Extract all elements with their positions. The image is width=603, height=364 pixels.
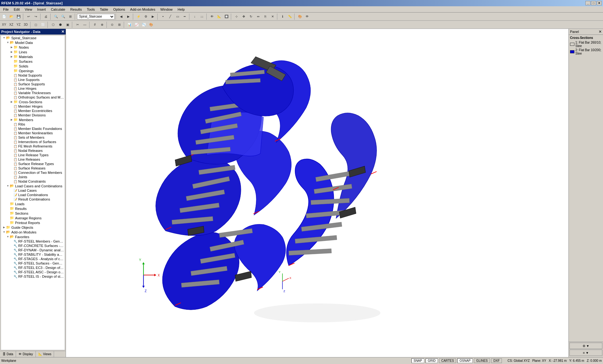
tree-item-43[interactable]: ▶📁Guide Objects (1, 225, 65, 230)
tree-item-6[interactable]: 📁Surfaces (1, 59, 65, 64)
zoom-all-btn[interactable]: ⊞ (67, 13, 74, 20)
tree-item-3[interactable]: ▶📁Nodes (1, 45, 65, 50)
btn-a2[interactable]: ▶ (125, 13, 132, 20)
tree-item-44[interactable]: ▼📂Add-on Modules (1, 230, 65, 234)
clip-btn[interactable]: ✂ (74, 21, 81, 28)
calc3-btn[interactable]: ▶ (149, 13, 156, 20)
tree-item-29[interactable]: 📋Surface Release Types (1, 162, 65, 166)
tree-expand-4[interactable]: ▶ (10, 51, 14, 53)
tree-item-30[interactable]: 📋Surface Releases (1, 166, 65, 170)
tree-item-48[interactable]: 🔧RF-DYNAM - Dynamic analysis... (1, 248, 65, 252)
tree-item-31[interactable]: 📋Connection of Two Members (1, 170, 65, 175)
tab-data[interactable]: 🗄 Data (0, 351, 16, 357)
snap-button[interactable]: SNAP (411, 358, 424, 363)
wire-btn[interactable]: ⬡ (50, 21, 57, 28)
model-selector[interactable]: Spiral_Staircase (77, 14, 115, 19)
view-btn[interactable]: 👁 (209, 13, 215, 20)
titlebar-controls[interactable]: _ □ ✕ (585, 1, 602, 5)
tree-item-19[interactable]: ▶📁Members (1, 117, 65, 122)
tree-expand-1[interactable]: ▼ (2, 36, 6, 39)
save-btn[interactable]: 💾 (15, 13, 22, 20)
tree-item-16[interactable]: 📋Member Hinges (1, 104, 65, 109)
nav-close-button[interactable]: ✕ (61, 29, 64, 34)
measure-btn[interactable]: 📏 (286, 13, 293, 20)
section-btn[interactable]: — (81, 21, 88, 28)
solid-btn[interactable]: ⬢ (57, 21, 64, 28)
tree-expand-15[interactable]: ▶ (10, 100, 14, 103)
tree-item-20[interactable]: 📋Ribs (1, 122, 65, 126)
move-btn[interactable]: ✥ (240, 13, 247, 20)
tree-item-5[interactable]: ▶📁Materials (1, 54, 65, 59)
tree-item-9[interactable]: 📋Nodal Supports (1, 73, 65, 78)
tree-expand-3[interactable]: ▶ (10, 46, 14, 49)
tree-item-53[interactable]: 🔧RF-STEEL AISC - Design of steel m (1, 270, 65, 274)
hide-btn[interactable]: 👁 (304, 13, 311, 20)
node-btn[interactable]: • (160, 13, 166, 20)
tree-item-2[interactable]: ▼📂Model Data (1, 40, 65, 45)
select-btn[interactable]: ⊹ (233, 13, 240, 20)
legend-btn[interactable]: 🎨 (148, 21, 155, 28)
tree-item-7[interactable]: 📁Solids (1, 64, 65, 68)
tree-item-50[interactable]: 🔧RF-STAGES - Analysis of const... (1, 257, 65, 261)
view-xy[interactable]: XY (1, 21, 8, 28)
tree-item-37[interactable]: 📝Result Combinations (1, 197, 65, 201)
menu-table[interactable]: Table (98, 7, 110, 12)
surface-btn[interactable]: ▭ (174, 13, 181, 20)
del-btn[interactable]: ✕ (269, 13, 276, 20)
close-button[interactable]: ✕ (597, 1, 602, 5)
tree-item-24[interactable]: 📋Intersections of Surfaces (1, 140, 65, 144)
nav-tree[interactable]: ▼📂Spiral_Staircase▼📂Model Data▶📁Nodes▶📁L… (1, 35, 65, 350)
btn-a1[interactable]: ◀ (118, 13, 125, 20)
tree-item-36[interactable]: 📝Load Combinations (1, 193, 65, 197)
tree-item-42[interactable]: 📁Printout Reports (1, 220, 65, 225)
tree-item-17[interactable]: 📋Member Eccentricities (1, 109, 65, 113)
tree-item-38[interactable]: 📁Loads (1, 201, 65, 206)
result2-btn[interactable]: 📈 (133, 21, 140, 28)
tab-views[interactable]: 📐 Views (36, 351, 54, 357)
maximize-button[interactable]: □ (591, 1, 596, 5)
grid-button[interactable]: GRID (426, 358, 438, 363)
member-btn[interactable]: ━ (181, 13, 188, 20)
tree-item-40[interactable]: 📁Sections (1, 211, 65, 216)
snap2-btn[interactable]: ⊙ (109, 21, 116, 28)
tree-item-47[interactable]: 🔧RF-CONCRETE Surfaces - Desi... (1, 244, 65, 248)
tree-item-22[interactable]: 📋Member Nonlinearities (1, 131, 65, 135)
tree-item-33[interactable]: 📋Nodal Constraints (1, 179, 65, 184)
tree-expand-45[interactable]: ▼ (6, 235, 10, 238)
panel-close-button[interactable]: ✕ (599, 29, 602, 34)
zoom-out-btn[interactable]: 🔍 (60, 13, 67, 20)
tree-item-26[interactable]: 📋Nodal Releases (1, 148, 65, 153)
viewport-3d[interactable]: X Y Z X Y Z (66, 29, 568, 357)
new-btn[interactable]: 📄 (1, 13, 8, 20)
result-btn[interactable]: 📊 (126, 21, 133, 28)
tree-item-52[interactable]: 🔧RF-STEEL EC3 - Design of steel me (1, 265, 65, 270)
line-btn[interactable]: ╱ (167, 13, 174, 20)
menu-calculate[interactable]: Calculate (49, 7, 67, 12)
menu-tools[interactable]: Tools (85, 7, 97, 12)
cartes-button[interactable]: CARTES (439, 358, 456, 363)
view3-btn[interactable]: 🔲 (223, 13, 230, 20)
mirror-btn[interactable]: ⇔ (255, 13, 262, 20)
tree-expand-2[interactable]: ▼ (6, 41, 10, 44)
snap3-btn[interactable]: ⊞ (116, 21, 123, 28)
glines-button[interactable]: GLINES (474, 358, 490, 363)
panel-settings-button[interactable]: ⚙ ▼ (569, 343, 602, 349)
calc-btn[interactable]: ⚡ (135, 13, 142, 20)
copy-btn[interactable]: ⎘ (262, 13, 269, 20)
shaded-btn[interactable]: ▣ (64, 21, 71, 28)
view-yz[interactable]: YZ (15, 21, 22, 28)
view-3d[interactable]: 3D (22, 21, 29, 28)
tree-item-28[interactable]: 📋Line Releases (1, 157, 65, 162)
tree-item-45[interactable]: ▼📂Favorites (1, 234, 65, 239)
tree-item-4[interactable]: ▶📁Lines (1, 50, 65, 54)
tree-item-41[interactable]: 📁Average Regions (1, 216, 65, 220)
tree-item-15[interactable]: ▶📁Cross-Sections (1, 99, 65, 104)
tree-item-8[interactable]: 📁Openings (1, 68, 65, 73)
tree-item-12[interactable]: 📋Line Hinges (1, 86, 65, 91)
render-btn[interactable]: 🎨 (296, 13, 303, 20)
persp-btn[interactable]: ◻ (32, 21, 39, 28)
load2-btn[interactable]: ↓↓ (198, 13, 205, 20)
tree-item-1[interactable]: ▼📂Spiral_Staircase (1, 35, 65, 40)
tree-expand-19[interactable]: ▶ (10, 118, 14, 121)
tree-item-11[interactable]: 📋Surface Supports (1, 82, 65, 86)
